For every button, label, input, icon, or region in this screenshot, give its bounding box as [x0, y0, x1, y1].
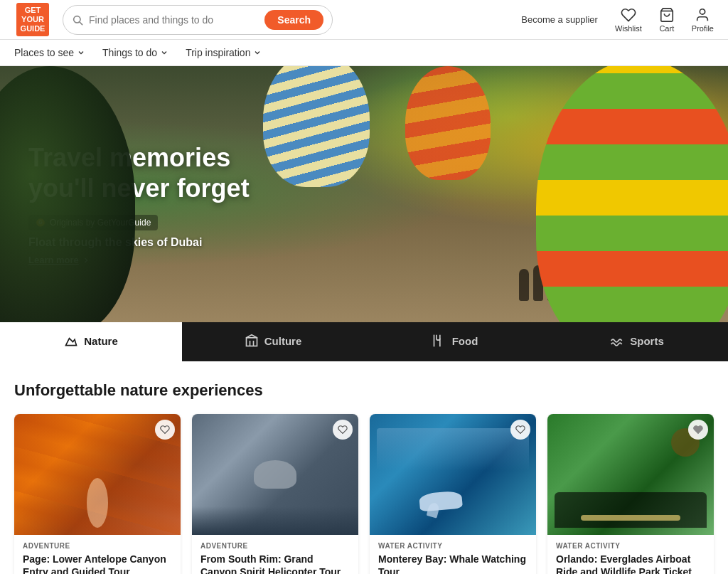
card-title-3: Monterey Bay: Whale Watching Tour: [378, 553, 528, 574]
card-title-2: From South Rim: Grand Canyon Spirit Heli…: [200, 553, 350, 574]
balloon-middle: [405, 66, 491, 180]
category-tabs: Nature Culture Food Sports: [0, 322, 728, 361]
nav-inspiration[interactable]: Trip inspiration: [186, 47, 262, 58]
section-title: Unforgettable nature experiences: [14, 381, 714, 400]
card-image-airboat: [547, 414, 714, 535]
search-input[interactable]: [89, 14, 259, 26]
tab-sports[interactable]: Sports: [546, 322, 728, 361]
search-bar: Search: [63, 5, 333, 35]
wishlist-heart-4[interactable]: [688, 420, 708, 440]
wishlist-label: Wishlist: [615, 24, 642, 33]
balloon-center: [263, 66, 370, 187]
hero-section: Travel memories you'll never forget G Or…: [0, 66, 728, 322]
fork-icon: [432, 334, 446, 348]
nav-places[interactable]: Places to see: [14, 47, 85, 58]
hero-balloons: [0, 66, 728, 322]
card-image-canyon: [192, 414, 358, 535]
search-button[interactable]: Search: [264, 10, 323, 30]
card-whale[interactable]: WATER ACTIVITY Monterey Bay: Whale Watch…: [370, 414, 536, 574]
card-body-antelope: ADVENTURE Page: Lower Antelope Canyon En…: [14, 535, 181, 574]
profile-icon: [695, 7, 710, 23]
svg-rect-7: [246, 338, 257, 346]
wishlist-heart-2[interactable]: [333, 420, 353, 440]
wishlist-heart-1[interactable]: [155, 420, 175, 440]
logo-line1: GET: [21, 6, 46, 15]
card-body-whale: WATER ACTIVITY Monterey Bay: Whale Watch…: [370, 535, 536, 574]
card-antelope[interactable]: ADVENTURE Page: Lower Antelope Canyon En…: [14, 414, 181, 574]
card-title-4: Orlando: Everglades Airboat Ride and Wil…: [556, 553, 705, 574]
card-title-1: Page: Lower Antelope Canyon Entry and Gu…: [23, 553, 172, 574]
wishlist-heart-3[interactable]: [510, 420, 530, 440]
header-right: Become a supplier Wishlist Cart Profile: [521, 7, 714, 33]
card-canyon[interactable]: ADVENTURE From South Rim: Grand Canyon S…: [192, 414, 358, 574]
cart-button[interactable]: Cart: [659, 7, 675, 33]
svg-marker-6: [66, 339, 77, 346]
card-category-2: ADVENTURE: [200, 542, 350, 550]
balloon-left: [0, 66, 135, 322]
card-image-antelope: [14, 414, 181, 535]
chevron-down-icon: [253, 48, 262, 57]
card-category-4: WATER ACTIVITY: [556, 542, 705, 550]
main-nav: Places to see Things to do Trip inspirat…: [0, 40, 728, 66]
header: GET YOUR GUIDE Search Become a supplier …: [0, 0, 728, 40]
profile-button[interactable]: Profile: [692, 7, 714, 33]
tab-nature[interactable]: Nature: [0, 322, 182, 361]
svg-line-1: [80, 22, 82, 25]
chevron-down-icon: [77, 48, 85, 57]
chevron-down-icon: [160, 48, 168, 57]
svg-point-3: [700, 9, 705, 14]
logo-line2: YOUR: [21, 15, 46, 24]
logo-line3: GUIDE: [21, 24, 46, 33]
waves-icon: [610, 334, 624, 348]
wishlist-button[interactable]: Wishlist: [615, 7, 642, 33]
logo[interactable]: GET YOUR GUIDE: [14, 3, 51, 37]
building-icon: [245, 334, 259, 348]
mountain-icon: [64, 334, 78, 348]
profile-label: Profile: [692, 24, 714, 33]
card-body-airboat: WATER ACTIVITY Orlando: Everglades Airbo…: [547, 535, 714, 574]
card-body-canyon: ADVENTURE From South Rim: Grand Canyon S…: [192, 535, 358, 574]
tab-food[interactable]: Food: [364, 322, 546, 361]
card-image-whale: [370, 414, 536, 535]
cards-grid: ADVENTURE Page: Lower Antelope Canyon En…: [14, 414, 714, 574]
tab-culture[interactable]: Culture: [182, 322, 364, 361]
become-supplier-link[interactable]: Become a supplier: [521, 14, 598, 25]
nav-things[interactable]: Things to do: [102, 47, 168, 58]
card-airboat[interactable]: WATER ACTIVITY Orlando: Everglades Airbo…: [547, 414, 714, 574]
balloon-right: [536, 66, 728, 322]
search-icon: [72, 14, 83, 26]
card-category-3: WATER ACTIVITY: [378, 542, 528, 550]
heart-icon: [621, 7, 636, 23]
cart-icon: [659, 7, 675, 23]
cart-label: Cart: [659, 24, 674, 33]
card-category-1: ADVENTURE: [23, 542, 172, 550]
person-silhouette: [519, 269, 529, 301]
main-content: Unforgettable nature experiences ADVENTU…: [0, 361, 728, 574]
